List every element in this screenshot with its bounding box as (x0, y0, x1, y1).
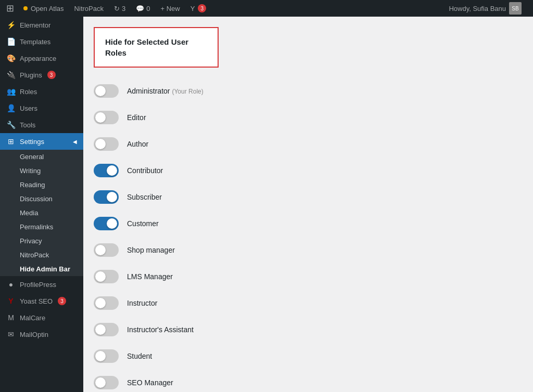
comments-item[interactable]: 💬 0 (131, 0, 155, 17)
sidebar-label-appearance: Appearance (20, 55, 56, 62)
sidebar-label-malcare: MalCare (20, 314, 45, 322)
nitropack-item[interactable]: NitroPack (69, 0, 109, 17)
toggle-instructor[interactable] (94, 296, 119, 310)
site-name-label: Open Atlas (31, 5, 64, 12)
sidebar-item-settings[interactable]: ⊞ Settings ◀ (0, 133, 83, 150)
submenu-media[interactable]: Media (0, 206, 83, 220)
yoast-badge: 3 (198, 4, 206, 12)
yoast-sidebar-badge: 3 (58, 297, 66, 305)
role-row-contributor: Contributor (94, 158, 406, 184)
toggle-shop-manager[interactable] (94, 243, 119, 257)
role-label-lms-manager: LMS Manager (127, 272, 173, 281)
submenu-nitropack[interactable]: NitroPack (0, 248, 83, 262)
plugins-badge: 3 (47, 71, 56, 79)
role-row-lms-manager: LMS Manager (94, 264, 406, 290)
sidebar-item-malcare[interactable]: M MalCare (0, 309, 83, 326)
toggle-lms-manager[interactable] (94, 270, 119, 283)
submenu-writing[interactable]: Writing (0, 164, 83, 178)
submenu-privacy[interactable]: Privacy (0, 234, 83, 248)
submenu-general[interactable]: General (0, 150, 83, 164)
toggle-seo-manager[interactable] (94, 376, 119, 389)
users-icon: 👤 (6, 104, 16, 112)
role-label-contributor: Contributor (127, 166, 163, 175)
sidebar-item-elementor[interactable]: ⚡ Elementor (0, 17, 83, 33)
elementor-icon: ⚡ (6, 21, 16, 29)
toggle-customer[interactable] (94, 217, 119, 230)
sidebar-label-tools: Tools (20, 121, 35, 129)
sidebar-item-mailoptin[interactable]: ✉ MailOptin (0, 326, 83, 343)
roles-icon: 👥 (6, 87, 16, 96)
role-row-shop-manager: Shop manager (94, 237, 406, 264)
site-status-dot (23, 6, 28, 10)
wp-logo-icon[interactable]: ⊞ (6, 3, 14, 14)
yoast-sidebar-icon: Y (6, 297, 16, 305)
admin-bar: ⊞ Open Atlas NitroPack ↻ 3 💬 0 + New Y 3… (0, 0, 533, 17)
user-avatar: SB (509, 2, 522, 15)
updates-item[interactable]: ↻ 3 (109, 0, 131, 17)
sidebar-label-elementor: Elementor (20, 21, 50, 29)
section-heading: Hide for Selected User Roles (105, 36, 207, 58)
role-label-editor: Editor (127, 113, 146, 122)
role-row-editor: Editor (94, 104, 406, 131)
toggle-student[interactable] (94, 349, 119, 363)
role-label-subscriber: Subscriber (127, 193, 162, 201)
sidebar-item-yoast[interactable]: Y Yoast SEO 3 (0, 293, 83, 309)
tools-icon: 🔧 (6, 121, 16, 129)
howdy-text: Howdy, Sufia Banu (449, 5, 506, 12)
toggle-author[interactable] (94, 137, 119, 151)
submenu-hide-admin-bar[interactable]: Hide Admin Bar (0, 262, 83, 276)
sidebar-item-roles[interactable]: 👥 Roles (0, 83, 83, 100)
settings-arrow-icon: ◀ (73, 139, 77, 145)
malcare-icon: M (6, 313, 16, 322)
yoast-item[interactable]: Y 3 (185, 0, 212, 17)
sidebar-item-tools[interactable]: 🔧 Tools (0, 116, 83, 133)
sidebar-item-users[interactable]: 👤 Users (0, 100, 83, 116)
submenu-discussion[interactable]: Discussion (0, 192, 83, 206)
toggle-administrator[interactable] (94, 84, 119, 98)
role-label-administrator: Administrator(Your Role) (127, 87, 204, 95)
role-label-instructor: Instructor (127, 299, 157, 307)
role-row-subscriber: Subscriber (94, 184, 406, 211)
role-row-administrator: Administrator(Your Role) (94, 78, 406, 104)
new-label: + New (160, 5, 180, 12)
sidebar-label-profilepress: ProfilePress (20, 281, 56, 289)
roles-list: Administrator(Your Role)EditorAuthorCont… (94, 78, 406, 392)
profilepress-icon: ● (6, 280, 16, 289)
sidebar-item-appearance[interactable]: 🎨 Appearance (0, 50, 83, 67)
submenu-reading[interactable]: Reading (0, 178, 83, 192)
sidebar-label-mailoptin: MailOptin (20, 331, 48, 338)
sidebar-item-templates[interactable]: 📄 Templates (0, 33, 83, 50)
role-row-author: Author (94, 131, 406, 158)
toggle-contributor[interactable] (94, 164, 119, 177)
new-content-item[interactable]: + New (155, 0, 185, 17)
settings-icon: ⊞ (6, 137, 16, 146)
role-label-seo-manager: SEO Manager (127, 378, 173, 387)
appearance-icon: 🎨 (6, 54, 16, 62)
role-row-student: Student (94, 343, 406, 370)
user-menu[interactable]: Howdy, Sufia Banu SB (443, 0, 527, 17)
toggle-subscriber[interactable] (94, 190, 119, 204)
sidebar-label-yoast: Yoast SEO (20, 297, 53, 305)
role-label-instructors-assistant: Instructor's Assistant (127, 325, 194, 334)
updates-count: 3 (122, 5, 125, 12)
plugins-icon: 🔌 (6, 71, 16, 79)
section-heading-box: Hide for Selected User Roles (94, 27, 219, 68)
site-name-item[interactable]: Open Atlas (18, 0, 69, 17)
role-row-seo-manager: SEO Manager (94, 370, 406, 392)
main-content: Hide for Selected User Roles Administrat… (83, 17, 533, 392)
sidebar-item-profilepress[interactable]: ● ProfilePress (0, 276, 83, 293)
yoast-icon: Y (191, 5, 195, 12)
templates-icon: 📄 (6, 37, 16, 46)
sidebar-label-plugins: Plugins (20, 71, 42, 79)
role-row-instructors-assistant: Instructor's Assistant (94, 317, 406, 343)
toggle-instructors-assistant[interactable] (94, 323, 119, 336)
sidebar-item-plugins[interactable]: 🔌 Plugins 3 (0, 67, 83, 83)
updates-icon: ↻ (114, 5, 120, 12)
toggle-editor[interactable] (94, 111, 119, 124)
nitropack-label: NitroPack (74, 5, 104, 12)
comments-count: 0 (146, 5, 150, 12)
role-row-customer: Customer (94, 211, 406, 237)
sidebar-label-users: Users (20, 104, 37, 112)
submenu-permalinks[interactable]: Permalinks (0, 220, 83, 234)
sidebar-label-templates: Templates (20, 38, 50, 46)
